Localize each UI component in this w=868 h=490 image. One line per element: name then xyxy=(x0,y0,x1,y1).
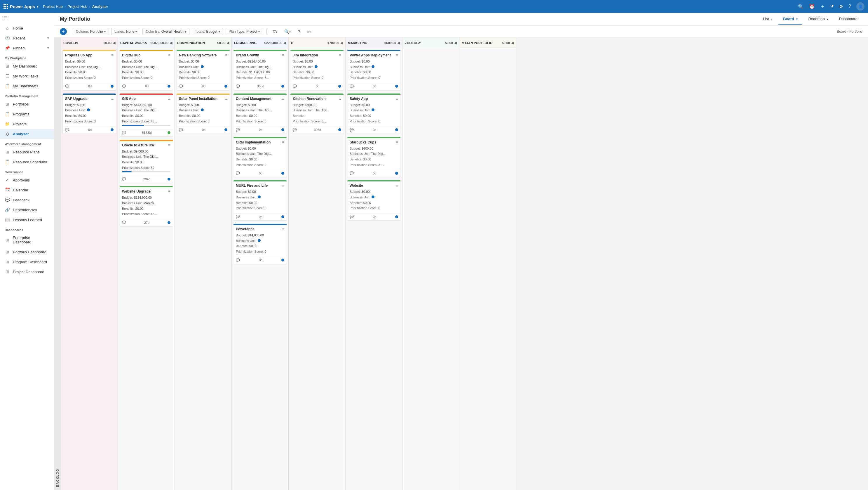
sidebar-item-recent[interactable]: 🕐 Recent ▾ xyxy=(0,33,54,43)
sidebar-item-my-work-tasks[interactable]: ☰ My Work Tasks xyxy=(0,71,54,81)
sidebar-item-projects[interactable]: 📁 Projects xyxy=(0,119,54,129)
filter-button[interactable]: ▽▾ xyxy=(270,28,280,35)
card-new-banking-software[interactable]: New Banking Software ≡ Budget: $0.00 Bus… xyxy=(177,50,230,90)
card-murl-fire[interactable]: MURL Fire and Life ≡ Budget: $0.00 Busin… xyxy=(234,180,287,220)
card-menu-content[interactable]: ≡ xyxy=(282,96,284,101)
card-menu-kitchen[interactable]: ≡ xyxy=(339,96,341,101)
card-crm-impl[interactable]: CRM Implementation ≡ Budget: $0.00 Busin… xyxy=(234,137,287,177)
backlog-tab[interactable]: BACKLOG xyxy=(54,38,61,490)
gear-icon[interactable]: ⚙ xyxy=(839,4,843,9)
sidebar-item-portfolio-dashboard[interactable]: ⊞ Portfolio Dashboard xyxy=(0,247,54,257)
column-filter[interactable]: Column: Portfolio ▾ xyxy=(73,28,109,35)
card-menu-banking[interactable]: ≡ xyxy=(225,53,227,58)
card-project-hub-app[interactable]: Project Hub App ≡ Budget: $0.00 Business… xyxy=(63,50,116,90)
card-menu-website-upgrade[interactable]: ≡ xyxy=(168,189,170,194)
sidebar-item-program-dashboard[interactable]: ⊞ Program Dashboard xyxy=(0,257,54,267)
card-sap-upgrade[interactable]: SAP Upgrade ≡ Budget: $0.00 Business Uni… xyxy=(63,93,116,134)
col-collapse-mktg[interactable]: ◀ xyxy=(397,41,400,45)
card-menu-website-mktg[interactable]: ≡ xyxy=(396,183,398,188)
card-website-upgrade[interactable]: Website Upgrade ≡ Budget: $134,900.00 Bu… xyxy=(120,186,173,226)
sidebar-label-dependencies: Dependencies xyxy=(13,208,37,212)
sidebar-item-programs[interactable]: 📋 Programs xyxy=(0,109,54,119)
card-power-apps-deploy[interactable]: Power Apps Deployment ≡ Budget: $0.00 Bu… xyxy=(347,50,400,90)
sidebar-item-portfolios[interactable]: ⊞ Portfolios xyxy=(0,99,54,109)
card-menu-powerapps[interactable]: ≡ xyxy=(282,227,284,231)
search-button[interactable]: 🔍▾ xyxy=(282,28,293,35)
card-solar-panel[interactable]: Solar Panel Installation ≡ Budget: $0.00… xyxy=(177,93,230,134)
card-menu-power-apps-deploy[interactable]: ≡ xyxy=(396,53,398,58)
help-icon[interactable]: ? xyxy=(848,4,851,9)
card-menu-oracle[interactable]: ≡ xyxy=(168,143,170,148)
card-menu-solar[interactable]: ≡ xyxy=(225,96,227,101)
card-menu-starbucks[interactable]: ≡ xyxy=(396,140,398,145)
brand[interactable]: Power Apps ▾ xyxy=(3,4,38,9)
card-comment[interactable]: 💬 xyxy=(65,84,69,88)
card-menu-project-hub-app[interactable]: ≡ xyxy=(111,53,114,58)
col-collapse-matan[interactable]: ◀ xyxy=(511,41,514,45)
card-menu-murl[interactable]: ≡ xyxy=(282,183,284,188)
clock-icon[interactable]: ⏰ xyxy=(809,4,815,9)
filter-icon[interactable]: ⧩ xyxy=(830,4,834,9)
color-filter[interactable]: Color By: Overall Health ▾ xyxy=(143,28,189,35)
card-menu-gis-app[interactable]: ≡ xyxy=(168,96,170,101)
sidebar-item-dependencies[interactable]: 🔗 Dependencies xyxy=(0,205,54,215)
card-menu-crm[interactable]: ≡ xyxy=(282,140,284,145)
card-content-mgmt[interactable]: Content Management ≡ Budget: $0.00 Busin… xyxy=(234,93,287,134)
col-collapse-covid[interactable]: ◀ xyxy=(113,41,115,45)
col-collapse-capital[interactable]: ◀ xyxy=(169,41,172,45)
breadcrumb-part2[interactable]: Project Hub xyxy=(67,4,87,9)
new-icon[interactable]: ＋ xyxy=(820,3,825,10)
avatar[interactable]: 👤 xyxy=(856,2,865,10)
tab-board[interactable]: Board ▾ xyxy=(778,14,802,25)
card-menu-safety[interactable]: ≡ xyxy=(396,96,398,101)
more-options-button[interactable]: ≡▾ xyxy=(305,28,313,35)
tab-roadmap[interactable]: Roadmap ▾ xyxy=(804,14,833,25)
card-gis-app[interactable]: GiS App ≡ Budget: $443,760.00 Business U… xyxy=(120,93,173,137)
col-collapse-eng[interactable]: ◀ xyxy=(283,41,286,45)
card-digital-hub[interactable]: Digital Hub ≡ Budget: $0.00 Business Uni… xyxy=(120,50,173,90)
sidebar-item-resource-scheduler[interactable]: 📋 Resource Scheduler xyxy=(0,157,54,167)
lanes-label: Lanes: xyxy=(115,30,125,34)
sidebar-item-home[interactable]: ⌂ Home xyxy=(0,23,54,33)
sidebar-item-approvals[interactable]: ✓ Approvals xyxy=(0,175,54,185)
help-button[interactable]: ? xyxy=(296,28,302,35)
col-budget-capital: $587,660.00 xyxy=(151,41,168,45)
sidebar-item-calendar[interactable]: 📅 Calendar xyxy=(0,185,54,195)
sidebar-item-analyser[interactable]: ◇ Analyser xyxy=(0,129,54,139)
column-communication: COMMUNICATION $0.00 ◀ New Banking Softwa… xyxy=(175,38,232,490)
sidebar-item-resource-plans[interactable]: ⊞ Resource Plans xyxy=(0,147,54,157)
card-menu-digital-hub[interactable]: ≡ xyxy=(168,53,170,58)
col-collapse-zoo[interactable]: ◀ xyxy=(454,41,457,45)
card-comment-sap[interactable]: 💬 xyxy=(65,128,69,132)
tab-dashboard[interactable]: Dashboard xyxy=(834,14,862,25)
sidebar-item-lessons-learned[interactable]: 📖 Lessons Learned xyxy=(0,215,54,225)
breadcrumb-part1[interactable]: Project Hub xyxy=(43,4,63,9)
card-safety-app[interactable]: Safety App ≡ Budget: $0.00 Business Unit… xyxy=(347,93,400,134)
card-powerapps[interactable]: Powerapps ≡ Budget: $14,000.00 Business … xyxy=(234,224,287,264)
card-jira-integration[interactable]: Jira Integration ≡ Budget: $0.00 Busines… xyxy=(290,50,343,90)
card-oracle-azure[interactable]: Oracle to Azure DW ≡ Budget: $9,000.00 B… xyxy=(120,140,173,183)
col-collapse-comm[interactable]: ◀ xyxy=(226,41,229,45)
add-button[interactable]: + xyxy=(60,28,67,35)
sidebar-item-my-timesheets[interactable]: 📋 My Timesheets xyxy=(0,81,54,91)
sidebar-item-pinned[interactable]: 📌 Pinned ▾ xyxy=(0,43,54,53)
totals-filter[interactable]: Totals: Budget ▾ xyxy=(192,28,223,35)
sidebar-item-enterprise-dashboard[interactable]: ⊞ Enterprise Dashboard xyxy=(0,233,54,247)
lanes-filter[interactable]: Lanes: None ▾ xyxy=(111,28,141,35)
card-menu-jira[interactable]: ≡ xyxy=(339,53,341,58)
sidebar-item-my-dashboard[interactable]: ⊞ My Dashboard xyxy=(0,61,54,71)
search-icon[interactable]: 🔍 xyxy=(798,4,804,9)
card-starbucks-cups[interactable]: Starbucks Cups ≡ Budget: $600.00 Busines… xyxy=(347,137,400,177)
card-menu-sap-upgrade[interactable]: ≡ xyxy=(111,96,114,101)
sidebar-item-project-dashboard[interactable]: ⊞ Project Dashboard xyxy=(0,267,54,277)
card-kitchen-renovation[interactable]: Kitchen Renovation ≡ Budget: $700.00 Bus… xyxy=(290,93,343,134)
tab-list[interactable]: List ▾ xyxy=(758,14,777,25)
card-menu-brand[interactable]: ≡ xyxy=(282,53,284,58)
hamburger-button[interactable]: ☰ xyxy=(0,13,54,23)
col-collapse-it[interactable]: ◀ xyxy=(340,41,343,45)
plan-type-filter[interactable]: Plan Type: Project ▾ xyxy=(226,28,263,35)
column-it: IT $700.00 ◀ Jira Integration ≡ Budget: … xyxy=(289,38,346,490)
card-brand-growth[interactable]: Brand Growth ≡ Budget: $214,400.00 Busin… xyxy=(234,50,287,90)
card-website-mktg[interactable]: Website ≡ Budget: $0.00 Business Unit: B… xyxy=(347,180,400,220)
sidebar-item-feedback[interactable]: 💬 Feedback xyxy=(0,195,54,205)
